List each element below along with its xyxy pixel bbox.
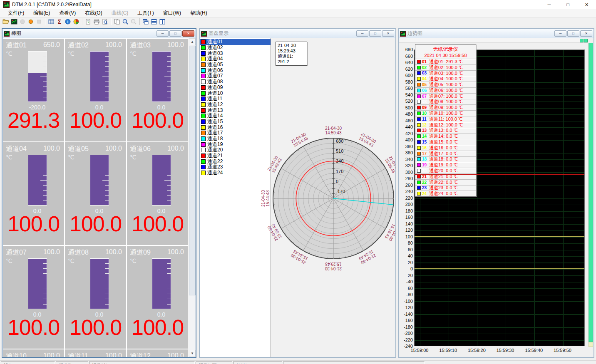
app-chart-icon[interactable]: [10, 18, 18, 25]
gauge-cell: 通道01650.0℃-200.0291.3: [3, 39, 64, 141]
gauge-bar-track: [90, 258, 109, 309]
x-tick-label: 15:59:20: [464, 348, 489, 353]
legend-channel-number: 03: [422, 71, 429, 75]
menu-item-2[interactable]: 查看(V): [55, 9, 80, 17]
info-icon[interactable]: i: [64, 18, 72, 25]
legend-channel-value: 通道02: 100.0 ℃: [429, 64, 463, 71]
bar-graph-window: 棒图 ─ □ ✕ 通道01650.0℃-200.0291.3通道02100.0℃…: [2, 28, 196, 358]
menu-item-5[interactable]: 工具(T): [133, 9, 158, 17]
scrollbar-thumb[interactable]: [589, 43, 593, 342]
minimize-button[interactable]: ─: [356, 30, 368, 37]
legend-row: 13通道13: 0.0 ℃: [415, 128, 476, 134]
gauge-max-value: 100.0: [43, 145, 60, 152]
tick-mark: [164, 284, 171, 284]
gauge-unit: ℃: [6, 258, 12, 264]
horizontal-scrollbar[interactable]: [399, 38, 588, 43]
legend-row: 17通道17: 0.0 ℃: [415, 151, 476, 156]
close-button[interactable]: ✕: [577, 0, 596, 9]
tile-vertical-icon[interactable]: [158, 18, 166, 25]
tick-mark: [43, 97, 47, 97]
cascade-windows-icon[interactable]: [142, 18, 150, 25]
maximize-button[interactable]: □: [369, 30, 381, 37]
y-tick-label: 180: [400, 208, 413, 213]
y-tick-label: 620: [400, 67, 413, 72]
gauge-reading: 100.0: [127, 315, 188, 340]
legend-channel-number: 05: [422, 82, 429, 87]
print-preview-icon[interactable]: [101, 18, 109, 25]
record-gray-icon[interactable]: [18, 18, 27, 25]
scroll-up-arrow-icon[interactable]: ▲: [189, 38, 196, 45]
y-tick-label: 640: [400, 60, 413, 65]
vertical-scrollbar[interactable]: [589, 43, 593, 347]
minimize-button[interactable]: ─: [554, 30, 566, 37]
app-titlebar[interactable]: DTM 2.0.1 [C:\DTM 2.0.2\RealData] ─ □ ✕: [0, 0, 596, 9]
disc-display-titlebar[interactable]: 圆盘显示 ─ □ ✕: [200, 29, 395, 38]
gauge-channel-name: 通道09: [130, 248, 151, 257]
y-tick-label: -160: [400, 318, 413, 323]
y-tick-label: 660: [400, 54, 413, 59]
y-tick-label: 40: [400, 253, 413, 258]
channel-list-item[interactable]: 通道24: [200, 170, 271, 176]
legend-color-swatch: [417, 60, 421, 64]
close-button[interactable]: ✕: [580, 30, 592, 37]
status-segment: 通道数：24: [56, 362, 88, 364]
tick-mark: [105, 289, 109, 289]
trend-chart-titlebar[interactable]: 趋势图 ─ □ ✕: [399, 29, 594, 38]
tick-mark: [105, 185, 109, 186]
open-folder-icon[interactable]: [2, 18, 10, 25]
channel-color-swatch: [201, 119, 206, 124]
channel-list: 通道01通道02通道03通道04通道05通道06通道07通道08通道09通道10…: [200, 38, 271, 357]
sigma-icon[interactable]: Σ: [55, 18, 64, 25]
menu-item-4[interactable]: 曲线(C): [107, 9, 133, 17]
tick-mark: [105, 195, 109, 196]
close-button[interactable]: ✕: [182, 30, 194, 37]
bar-graph-titlebar[interactable]: 棒图 ─ □ ✕: [2, 29, 196, 38]
zoom-in-icon[interactable]: [121, 18, 129, 25]
vertical-scrollbar[interactable]: ▲ ▼: [189, 38, 196, 357]
gauge-channel-name: 通道06: [130, 145, 151, 154]
menu-item-3[interactable]: 在线(O): [80, 9, 107, 17]
legend-row: 12通道12: 100.0 ℃: [415, 122, 476, 128]
tick-mark: [167, 185, 171, 186]
tick-mark: [167, 175, 171, 176]
printer-icon[interactable]: [92, 18, 101, 25]
scrollbar-thumb[interactable]: [189, 46, 196, 295]
gauge-max-value: 650.0: [43, 41, 60, 49]
menu-item-0[interactable]: 文件(F): [3, 9, 29, 17]
maximize-button[interactable]: □: [169, 30, 181, 37]
y-tick-label: 80: [400, 240, 413, 245]
maximize-button[interactable]: □: [559, 0, 577, 9]
gauge-channel-name: 通道07: [6, 248, 27, 257]
channel-color-swatch: [201, 159, 206, 164]
x-tick-label: 15:59:10: [436, 348, 461, 353]
legend-row: 02通道02: 100.0 ℃: [415, 64, 476, 70]
minimize-button[interactable]: ─: [156, 30, 169, 37]
zoom-disabled-icon[interactable]: [129, 18, 138, 25]
record-orange-icon[interactable]: [27, 18, 35, 25]
scroll-button-icon[interactable]: [580, 39, 584, 42]
menu-item-1[interactable]: 编辑(E): [29, 9, 55, 17]
y-tick-label: 360: [400, 150, 413, 155]
copy-icon[interactable]: [113, 18, 121, 25]
export-page-icon[interactable]: [84, 18, 92, 25]
menu-item-6[interactable]: 窗口(W): [159, 9, 186, 17]
tick-mark: [164, 77, 171, 77]
data-table-icon[interactable]: [47, 18, 55, 25]
legend-channel-number: 22: [422, 180, 429, 185]
maximize-button[interactable]: □: [567, 30, 579, 37]
y-tick-label: 520: [400, 99, 413, 104]
legend-channel-value: 通道09: 100.0 ℃: [429, 104, 463, 111]
tooltip-value: 通道01: 291.2: [278, 54, 305, 64]
menu-item-7[interactable]: 帮助(H): [186, 9, 212, 17]
stop-gray-icon[interactable]: [35, 18, 43, 25]
minimize-button[interactable]: ─: [540, 0, 559, 9]
gauge-cell: 通道09100.0℃0.0100.0: [127, 246, 188, 349]
legend-channel-number: 15: [422, 140, 429, 144]
pie-chart-icon[interactable]: [72, 18, 80, 25]
scroll-button-icon[interactable]: [584, 39, 588, 42]
legend-channel-number: 07: [422, 94, 429, 99]
tile-horizontal-icon[interactable]: [150, 18, 158, 25]
close-button[interactable]: ✕: [382, 30, 394, 37]
scroll-down-arrow-icon[interactable]: ▼: [189, 350, 196, 357]
trend-chart-title: 趋势图: [407, 30, 553, 37]
